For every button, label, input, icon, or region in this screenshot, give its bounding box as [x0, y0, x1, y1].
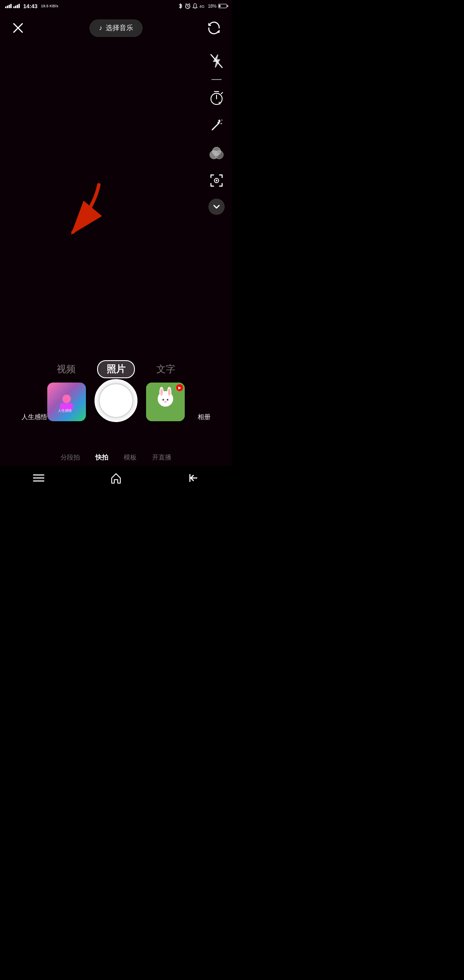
sub-mode-live[interactable]: 开直播	[152, 453, 171, 462]
svg-line-3	[186, 3, 186, 4]
album-thumbnail[interactable]: ▶	[146, 383, 185, 421]
album-area: ▶ 相册	[198, 410, 211, 421]
svg-point-36	[167, 399, 168, 401]
shutter-button[interactable]	[95, 379, 137, 422]
svg-line-13	[221, 92, 223, 94]
nav-menu-button[interactable]	[26, 469, 52, 487]
nav-home-button[interactable]	[103, 469, 129, 487]
svg-point-22	[212, 147, 221, 156]
thumbnail-image: 人生感悟	[47, 383, 86, 421]
album-image: ▶	[146, 383, 185, 421]
sub-mode-bar: 分段拍 快拍 模板 开直播	[0, 453, 232, 462]
album-label: 相册	[198, 413, 211, 421]
beauty-button[interactable]: ✦ ✦ +	[207, 116, 226, 135]
right-sidebar: 3 ✦ ✦ +	[207, 52, 226, 215]
svg-text:3: 3	[218, 101, 220, 105]
status-bar: 14:43 19.5 KB/s 4G 18%	[0, 0, 232, 12]
time-display: 14:43	[23, 3, 37, 9]
color-filter-button[interactable]	[207, 144, 226, 162]
svg-text:+: +	[221, 119, 223, 122]
signal-bars-2	[13, 4, 20, 8]
svg-line-4	[189, 3, 190, 4]
timer-icon: 3	[209, 90, 224, 106]
svg-point-35	[162, 399, 164, 401]
scan-icon	[209, 173, 224, 188]
color-circles-icon	[209, 146, 224, 160]
arrow-icon	[43, 181, 112, 241]
svg-point-33	[160, 388, 163, 396]
nav-bar	[0, 466, 232, 490]
status-right: 4G 18%	[178, 3, 227, 9]
alarm-icon	[185, 3, 191, 9]
flip-camera-button[interactable]	[205, 18, 223, 37]
sub-mode-template[interactable]: 模板	[124, 453, 137, 462]
nav-back-button[interactable]	[180, 469, 206, 487]
template-thumbnail-area: 人生感悟 人生感悟	[21, 410, 47, 421]
battery-icon	[218, 4, 227, 8]
svg-text:4G: 4G	[199, 4, 205, 9]
close-icon	[12, 22, 24, 34]
flash-button[interactable]	[207, 52, 226, 70]
bell-icon	[192, 3, 198, 9]
svg-point-37	[164, 401, 167, 403]
music-note-icon: ♪	[99, 24, 102, 32]
4g-icon: 4G	[199, 3, 206, 9]
svg-line-15	[212, 123, 219, 130]
magic-wand-icon: ✦ ✦ +	[210, 119, 223, 132]
flip-camera-icon	[207, 21, 221, 35]
sub-mode-quick[interactable]: 快拍	[95, 453, 108, 462]
music-label: 选择音乐	[106, 24, 133, 33]
back-icon	[187, 472, 199, 484]
album-badge: ▶	[176, 384, 183, 391]
svg-text:✦: ✦	[220, 122, 223, 125]
svg-point-34	[168, 388, 171, 396]
flash-off-icon	[210, 54, 223, 68]
top-bar: ♪ 选择音乐	[0, 13, 232, 43]
network-speed: 19.5 KB/s	[41, 4, 58, 8]
camera-controls-container: 人生感悟 人生感悟	[0, 374, 232, 426]
arrow-indicator	[43, 181, 112, 242]
chevron-down-icon	[212, 202, 221, 211]
close-button[interactable]	[9, 18, 27, 37]
status-left: 14:43 19.5 KB/s	[5, 3, 58, 9]
template-thumbnail[interactable]: 人生感悟	[47, 383, 86, 421]
timer-button[interactable]: 3	[207, 89, 226, 107]
sidebar-divider	[211, 79, 222, 80]
template-label: 人生感悟	[21, 413, 47, 421]
hamburger-icon	[33, 473, 45, 483]
svg-point-24	[216, 180, 217, 181]
shutter-area	[95, 379, 137, 422]
sub-mode-segment[interactable]: 分段拍	[61, 453, 80, 462]
home-icon	[110, 472, 122, 484]
bluetooth-icon	[178, 3, 183, 9]
thumbnail-content-icon: 人生感悟	[56, 391, 77, 413]
scan-button[interactable]	[207, 171, 226, 190]
svg-point-26	[62, 395, 71, 403]
battery-percentage: 18%	[208, 4, 217, 9]
svg-line-2	[188, 6, 189, 7]
shutter-inner-circle	[98, 383, 134, 418]
signal-bars-1	[5, 4, 12, 8]
music-select-button[interactable]: ♪ 选择音乐	[89, 19, 143, 37]
svg-text:人生感悟: 人生感悟	[58, 409, 72, 413]
more-options-button[interactable]	[208, 199, 225, 215]
